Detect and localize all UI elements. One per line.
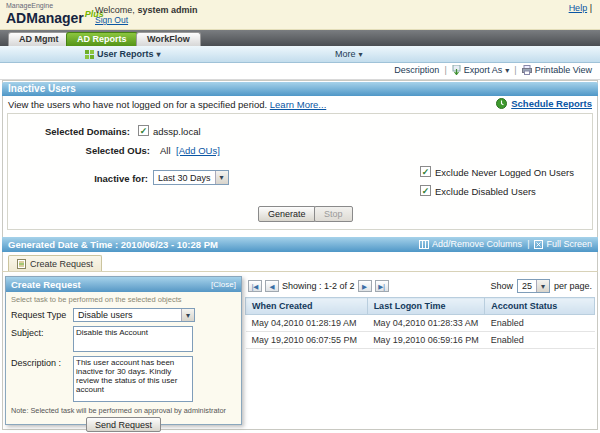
brand-text: ManageEngine	[6, 2, 104, 9]
description-input[interactable]: This user account has been inactive for …	[73, 356, 193, 402]
description-button[interactable]: Description	[394, 65, 439, 75]
subject-label: Subject:	[11, 326, 73, 338]
generated-datetime: Generated Date & Time : 2010/06/23 - 10:…	[8, 239, 218, 250]
page-size-select[interactable]: 25 ▾	[517, 279, 550, 293]
user-reports-menu[interactable]: User Reports ▾	[85, 48, 161, 61]
pagination-last-button[interactable]: ▶|	[375, 280, 389, 292]
welcome-text: Welcome, system admin	[95, 5, 197, 15]
stop-button[interactable]: Stop	[314, 206, 353, 222]
send-request-button[interactable]: Send Request	[86, 417, 161, 432]
page-size-value: 25	[518, 281, 536, 291]
chevron-down-icon: ▾	[215, 171, 228, 184]
cell-status: Enabled	[485, 332, 595, 349]
table-row[interactable]: May 19,2010 06:07:55 PM May 19,2010 06:5…	[246, 332, 595, 349]
selected-ous-label: Selected OUs:	[20, 145, 150, 156]
genbar-divider: |	[527, 237, 529, 252]
request-type-label: Request Type	[11, 308, 73, 320]
col-last-logon-time[interactable]: Last Logon Time	[367, 298, 485, 315]
full-screen-button[interactable]: Full Screen	[534, 237, 592, 252]
dialog-title: Create Request	[11, 277, 81, 292]
product-name-text: ADManager	[6, 10, 84, 26]
inactive-for-select[interactable]: Last 30 Days ▾	[153, 170, 229, 185]
dialog-header: Create Request [Close]	[6, 277, 241, 292]
export-icon	[452, 65, 461, 75]
request-type-row: Request Type Disable users ▾	[6, 306, 241, 324]
dialog-note: Note: Selected task will be performed on…	[6, 404, 241, 416]
export-as-button[interactable]: Export As ▾	[452, 65, 510, 75]
domain-checkbox[interactable]: ✓	[138, 125, 149, 136]
help-area: Help |	[569, 3, 592, 13]
selected-domains-label: Selected Domains:	[0, 126, 130, 137]
col-account-status[interactable]: Account Status	[485, 298, 595, 315]
welcome-block: Welcome, system admin Sign Out	[95, 5, 197, 25]
exclude-disabled-checkbox[interactable]: ✓	[420, 185, 431, 196]
create-request-tab[interactable]: Create Request	[8, 255, 102, 272]
generated-bar: Generated Date & Time : 2010/06/23 - 10:…	[2, 237, 598, 252]
printer-icon	[522, 65, 532, 75]
generate-button[interactable]: Generate	[258, 206, 316, 222]
chevron-down-icon: ▾	[157, 48, 161, 61]
inactive-for-value: Last 30 Days	[154, 173, 215, 183]
request-type-select[interactable]: Disable users ▾	[73, 308, 195, 322]
pagination: |◀ ◀ Showing : 1-2 of 2 ▶ ▶|	[248, 279, 389, 293]
product-name: ADManagerPlus	[6, 10, 104, 26]
user-reports-label: User Reports	[97, 48, 154, 61]
printable-view-label: Printable View	[535, 65, 592, 75]
create-request-dialog: Create Request [Close] Select task to be…	[5, 276, 242, 425]
cell-last-logon: May 04,2010 01:28:33 AM	[367, 315, 485, 332]
generated-bar-links: Add/Remove Columns | Full Screen	[419, 237, 592, 252]
pagination-next-button[interactable]: ▶	[358, 280, 372, 292]
chevron-down-icon: ▾	[359, 48, 363, 61]
chevron-down-icon: ▾	[181, 309, 194, 321]
toolbar-items: Description | Export As ▾ | Printable Vi…	[394, 65, 592, 75]
add-ous-link[interactable]: [Add OUs]	[176, 145, 220, 156]
tab-ad-reports[interactable]: AD Reports	[66, 32, 138, 46]
learn-more-link[interactable]: Learn More...	[270, 99, 327, 110]
report-intro: View the users who have not logged on fo…	[8, 99, 326, 110]
cell-status: Enabled	[485, 315, 595, 332]
exclude-never-logged-checkbox[interactable]: ✓	[420, 166, 431, 177]
printable-view-button[interactable]: Printable View	[522, 65, 592, 75]
create-request-tab-label: Create Request	[30, 259, 93, 269]
admanager-page: ManageEngine ADManagerPlus Welcome, syst…	[0, 0, 600, 433]
chevron-down-icon: ▾	[536, 280, 549, 292]
reports-grid-icon	[85, 50, 94, 59]
cell-when-created: May 04,2010 01:28:19 AM	[246, 315, 368, 332]
subject-input[interactable]: Disable this Account	[73, 326, 193, 352]
more-menu[interactable]: More ▾	[335, 48, 363, 61]
toolbar-divider: |	[444, 65, 446, 75]
tab-strip-line	[2, 271, 598, 272]
report-intro-text: View the users who have not logged on fo…	[8, 99, 267, 110]
description-row: Description : This user account has been…	[6, 354, 241, 404]
more-label: More	[335, 48, 356, 61]
help-link[interactable]: Help	[569, 3, 588, 13]
full-screen-label: Full Screen	[546, 237, 592, 252]
request-form-icon	[17, 259, 26, 269]
col-when-created[interactable]: When Created	[246, 298, 368, 315]
tab-workflow[interactable]: WorkFlow	[136, 32, 201, 46]
schedule-reports-link[interactable]: Schedule Reports	[511, 98, 592, 109]
full-screen-icon	[534, 240, 543, 249]
sign-out-link[interactable]: Sign Out	[95, 15, 128, 25]
report-title-bar: Inactive Users	[2, 82, 598, 96]
toolbar-divider: |	[514, 65, 516, 75]
pagination-showing-text: Showing : 1-2 of 2	[282, 281, 355, 291]
request-type-value: Disable users	[74, 310, 137, 320]
help-divider: |	[590, 3, 592, 13]
dialog-close-link[interactable]: [Close]	[211, 277, 236, 292]
dialog-subtitle: Select task to be performed on the selec…	[6, 292, 241, 306]
add-remove-columns-label: Add/Remove Columns	[432, 237, 522, 252]
table-row[interactable]: May 04,2010 01:28:19 AM May 04,2010 01:2…	[246, 315, 595, 332]
tab-ad-mgmt[interactable]: AD Mgmt	[8, 32, 70, 46]
domain-name: adssp.local	[153, 126, 201, 137]
pagination-first-button[interactable]: |◀	[248, 280, 262, 292]
cell-last-logon: May 19,2010 06:59:16 PM	[367, 332, 485, 349]
show-label: Show	[490, 281, 513, 291]
username: system admin	[137, 5, 197, 15]
dialog-button-row: Send Request	[6, 416, 241, 432]
pagination-prev-button[interactable]: ◀	[265, 280, 279, 292]
description-label: Description :	[11, 356, 73, 368]
app-header: ManageEngine ADManagerPlus Welcome, syst…	[0, 0, 600, 30]
export-as-label: Export As	[464, 65, 503, 75]
add-remove-columns-button[interactable]: Add/Remove Columns	[419, 237, 522, 252]
